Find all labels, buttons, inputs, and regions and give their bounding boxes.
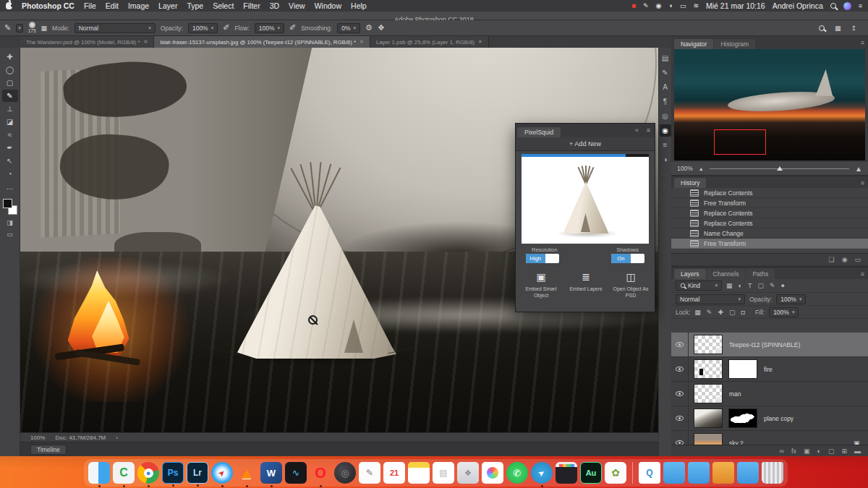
share-icon[interactable]: ↥: [851, 25, 856, 32]
blend-mode-select[interactable]: Normal▾: [676, 294, 745, 304]
zoom-out-icon[interactable]: ▲: [699, 166, 704, 171]
utility-app[interactable]: ❖: [457, 462, 479, 484]
shadows-toggle[interactable]: On: [611, 254, 644, 263]
layer-thumbnail[interactable]: [694, 359, 723, 379]
document-tab[interactable]: The Wanderer.psd @ 100% (Model, RGB/8) *…: [20, 36, 154, 48]
panel-menu-icon[interactable]: ≡: [861, 270, 864, 278]
zoom-slider-thumb[interactable]: [777, 166, 783, 171]
move-tool[interactable]: ✚: [2, 51, 18, 63]
eye-icon[interactable]: [676, 367, 684, 372]
smoothing-select[interactable]: 0%▾: [337, 23, 360, 33]
panel-tab[interactable]: Paths: [746, 269, 775, 279]
tool-preset-caret[interactable]: ▾: [16, 24, 23, 33]
character-panel-icon[interactable]: A: [660, 81, 671, 93]
terminal[interactable]: ∿: [285, 462, 307, 484]
smoothing-options-gear-icon[interactable]: ⚙: [365, 23, 373, 33]
layer-row[interactable]: man: [671, 382, 868, 406]
folder-blue-3[interactable]: [737, 462, 759, 484]
add-new-button[interactable]: + Add New: [516, 137, 655, 151]
navigator-zoom-slider[interactable]: [710, 168, 849, 169]
libraries-panel-icon[interactable]: ◎: [660, 110, 671, 122]
word[interactable]: W: [260, 462, 282, 484]
history-state[interactable]: Replace Contents: [671, 188, 868, 198]
crop-tool[interactable]: ▢: [2, 77, 18, 89]
layer-visibility-cell[interactable]: [671, 382, 689, 406]
smudge-tool[interactable]: ≈: [2, 129, 18, 141]
layer-visibility-cell[interactable]: [671, 406, 689, 431]
menu-item[interactable]: 3D: [270, 1, 279, 10]
menubar-user[interactable]: Andrei Oprinca: [773, 1, 823, 10]
layer-thumbnail[interactable]: [694, 408, 723, 428]
brush-tool[interactable]: ✎: [2, 90, 18, 102]
airbrush-icon[interactable]: ✐: [289, 23, 296, 33]
layer-thumbnail[interactable]: [694, 335, 723, 354]
paragraph-panel-icon[interactable]: ¶: [660, 95, 671, 108]
opera[interactable]: O: [310, 462, 331, 484]
layer-name[interactable]: fire: [764, 366, 854, 373]
dark-circle-app[interactable]: ◎: [334, 462, 356, 484]
filter-toggle-icon[interactable]: ●: [781, 282, 785, 289]
lock-pixels-icon[interactable]: ✎: [707, 309, 712, 316]
layer-visibility-cell[interactable]: [671, 357, 689, 382]
layer-opacity-select[interactable]: 100%▾: [776, 294, 806, 304]
textedit[interactable]: ✎: [359, 462, 380, 484]
status-arrow-icon[interactable]: ›: [116, 435, 118, 441]
new-layer-icon[interactable]: ⊞: [841, 448, 847, 455]
filter-pixel-icon[interactable]: ▦: [726, 282, 733, 289]
history-state[interactable]: Free Transform: [671, 239, 868, 249]
brush-tool-icon[interactable]: ✎: [4, 23, 11, 33]
history-state[interactable]: Replace Contents: [671, 218, 868, 228]
path-select-tool[interactable]: ↖: [2, 155, 18, 167]
close-tab-icon[interactable]: ✕: [359, 39, 364, 45]
swatches-panel-icon[interactable]: ▤: [660, 52, 671, 64]
whatsapp[interactable]: ✆: [506, 462, 528, 484]
brush-settings-panel-icon[interactable]: ✎: [660, 67, 671, 79]
app-menu[interactable]: Photoshop CC: [22, 1, 75, 10]
menu-item[interactable]: Edit: [106, 1, 119, 10]
panel-tab[interactable]: Histogram: [714, 39, 755, 49]
final-cut[interactable]: [556, 462, 577, 484]
document-tab[interactable]: Layer 1.psb @ 25,8% (Layer 1, RGB/8)✕: [370, 36, 489, 48]
reminders[interactable]: ▤: [433, 462, 454, 484]
layer-mask-thumbnail[interactable]: [728, 408, 757, 428]
notes[interactable]: [408, 462, 430, 484]
screen-mode-icon[interactable]: ▭: [7, 231, 13, 238]
symmetry-icon[interactable]: ❖: [378, 23, 385, 33]
siri-icon[interactable]: [843, 2, 851, 10]
resolution-toggle[interactable]: High: [526, 254, 559, 263]
lasso-tool[interactable]: ◯: [2, 64, 18, 76]
history-state[interactable]: Free Transform: [671, 198, 868, 208]
layer-row[interactable]: sky 2 ▣: [671, 431, 868, 446]
layer-row[interactable]: Teepee-t12 (SPINNABLE): [671, 333, 868, 357]
history-state[interactable]: Name Change: [671, 228, 868, 239]
properties-panel-icon[interactable]: ≡: [660, 139, 671, 151]
close-tab-icon[interactable]: ✕: [144, 39, 148, 45]
navigator-zoom-value[interactable]: 100%: [677, 165, 693, 172]
document-tab[interactable]: blair-fraser-15137-unsplash.jpg @ 100% (…: [154, 36, 370, 48]
camtasia[interactable]: C: [113, 462, 135, 484]
toggle-brush-panel-icon[interactable]: ▦: [41, 25, 48, 32]
menu-item[interactable]: Help: [351, 1, 367, 10]
document-q[interactable]: Q: [639, 462, 660, 484]
layer-visibility-cell[interactable]: [671, 333, 689, 357]
layer-name[interactable]: Teepee-t12 (SPINNABLE): [729, 341, 854, 348]
folder-blue-1[interactable]: [663, 462, 685, 484]
pixelsquid-tab[interactable]: PixelSquid: [517, 127, 561, 137]
layer-mask-thumbnail[interactable]: [728, 359, 757, 379]
layer-effects-icon[interactable]: fx: [791, 448, 796, 455]
menu-item[interactable]: View: [289, 1, 305, 10]
dodge-tool[interactable]: ◔: [2, 168, 18, 180]
wifi-icon[interactable]: ≋: [693, 0, 699, 12]
menu-item[interactable]: Select: [213, 1, 234, 10]
link-layers-icon[interactable]: ∞: [780, 448, 784, 455]
menu-item[interactable]: Window: [315, 1, 341, 10]
workspace-switcher-icon[interactable]: ▦: [835, 25, 841, 32]
apple-menu-icon[interactable]: [6, 2, 12, 9]
finder[interactable]: [88, 462, 110, 484]
pressure-opacity-icon[interactable]: ✐: [223, 23, 229, 33]
notification-center-icon[interactable]: ≡: [859, 0, 862, 12]
layer-name[interactable]: plane copy: [764, 415, 854, 422]
foreground-color-swatch[interactable]: [3, 199, 12, 208]
quick-mask-icon[interactable]: ◨: [7, 219, 13, 226]
spotlight-search-icon[interactable]: [830, 3, 836, 9]
